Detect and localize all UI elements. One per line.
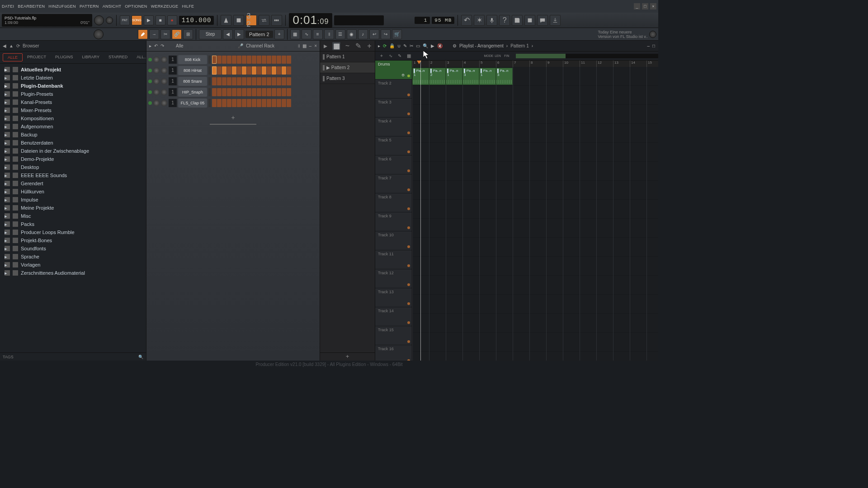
step-cell[interactable] xyxy=(267,66,271,75)
step-cell[interactable] xyxy=(212,56,217,64)
grid-row[interactable] xyxy=(412,314,658,333)
chat-icon[interactable] xyxy=(537,15,548,26)
mic-icon[interactable] xyxy=(486,15,497,26)
pattern-clip[interactable]: ▌Pa..n 3 xyxy=(462,68,479,85)
step-cell[interactable] xyxy=(222,77,226,85)
step-cell[interactable] xyxy=(217,99,222,107)
browser-fwd-icon[interactable]: ▲ xyxy=(9,43,14,48)
playlist-settings-icon[interactable]: ⚙ xyxy=(453,43,457,48)
step-cell[interactable] xyxy=(242,66,246,75)
ruler-tick[interactable]: 14 xyxy=(630,61,646,67)
maximize-button[interactable]: □ xyxy=(642,3,648,9)
playlist-min-icon[interactable]: – xyxy=(647,43,650,48)
step-cell[interactable] xyxy=(242,77,246,85)
step-cell[interactable] xyxy=(262,56,266,64)
track-header[interactable]: Track 2 xyxy=(375,80,412,99)
channel-vol-knob[interactable] xyxy=(161,78,167,84)
wait-input-icon[interactable] xyxy=(233,15,244,26)
rack-undo-icon[interactable]: ↶ xyxy=(154,43,158,48)
step-cell[interactable] xyxy=(272,56,276,64)
pl-auto-icon[interactable]: ✎ xyxy=(396,52,403,60)
picker-add-button[interactable]: + xyxy=(320,352,375,361)
step-cell[interactable] xyxy=(252,56,256,64)
playlist-tool-zoom-icon[interactable]: 🔍 xyxy=(423,43,428,48)
close-button[interactable]: × xyxy=(650,3,656,9)
browser-tree[interactable]: ▸Aktuelles Projekt▸Letzte Dateien▸Plugin… xyxy=(0,64,146,352)
link-tool-button[interactable]: 🔗 xyxy=(172,29,182,39)
tree-item[interactable]: ▸Zerschnittenes Audiomaterial xyxy=(0,269,146,277)
browser-refresh-icon[interactable]: ⟳ xyxy=(16,43,20,48)
browser-tab-plugins[interactable]: PLUGINS xyxy=(51,53,78,61)
tree-item[interactable]: ▸Kanal-Presets xyxy=(0,98,146,106)
download-icon[interactable] xyxy=(550,15,561,26)
step-cell[interactable] xyxy=(247,56,251,64)
tree-item[interactable]: ▸Kompositionen xyxy=(0,114,146,122)
browser-back-icon[interactable]: ◀ xyxy=(3,43,6,48)
picker-patterns-icon[interactable]: ▦ xyxy=(332,42,340,50)
step-cell[interactable] xyxy=(217,66,222,75)
step-cell[interactable] xyxy=(282,66,286,75)
step-cell[interactable] xyxy=(212,77,217,85)
grid-row[interactable] xyxy=(412,219,658,238)
grid-row[interactable] xyxy=(412,333,658,352)
track-mute-dot[interactable] xyxy=(407,245,410,248)
step-cell[interactable] xyxy=(222,99,226,107)
switch-icon[interactable]: ✶ xyxy=(474,15,485,26)
track-header[interactable]: Track 9 xyxy=(375,212,412,231)
ruler-tick[interactable]: 11 xyxy=(580,61,596,67)
picker-add-icon[interactable]: + xyxy=(365,42,373,50)
step-cell[interactable] xyxy=(277,56,281,64)
step-cell[interactable] xyxy=(262,99,266,107)
view-redo-button[interactable]: ↪ xyxy=(381,29,391,39)
view-channel-button[interactable]: ≡ xyxy=(313,29,323,39)
step-cell[interactable] xyxy=(232,66,236,75)
browser-tab-starred[interactable]: STARRED xyxy=(104,53,132,61)
track-mute-dot[interactable] xyxy=(407,131,410,134)
step-cell[interactable] xyxy=(287,56,291,64)
playlist-max-icon[interactable]: □ xyxy=(652,43,655,48)
step-cell[interactable] xyxy=(237,88,241,96)
track-header[interactable]: Track 13 xyxy=(375,288,412,307)
tree-item[interactable]: ▸Vorlagen xyxy=(0,261,146,269)
view-shop-button[interactable]: 🛒 xyxy=(392,29,402,39)
search-icon[interactable]: 🔍 xyxy=(138,355,143,359)
channel-select[interactable] xyxy=(208,66,211,75)
track-mute-dot[interactable] xyxy=(407,75,410,77)
step-cell[interactable] xyxy=(237,66,241,75)
stop-button[interactable]: ■ xyxy=(156,15,165,25)
news-refresh-icon[interactable] xyxy=(649,31,656,38)
step-cell[interactable] xyxy=(267,88,271,96)
channel-mixer-num[interactable]: 1 xyxy=(169,56,177,64)
swing-knob[interactable] xyxy=(94,29,104,39)
step-cell[interactable] xyxy=(237,99,241,107)
step-prev-button[interactable]: ◀ xyxy=(223,29,233,39)
grid-row[interactable] xyxy=(412,200,658,219)
step-cell[interactable] xyxy=(227,99,231,107)
ruler-tick[interactable]: 12 xyxy=(596,61,613,67)
step-cell[interactable] xyxy=(282,88,286,96)
track-mute-dot[interactable] xyxy=(407,169,410,172)
rack-redo-icon[interactable]: ↷ xyxy=(160,43,164,48)
ruler-tick[interactable]: 7 xyxy=(513,61,529,67)
draw-tool-button[interactable] xyxy=(138,29,148,39)
channel-vol-knob[interactable] xyxy=(161,89,167,95)
render-icon[interactable] xyxy=(524,15,535,26)
step-cell[interactable] xyxy=(252,88,256,96)
menu-ansicht[interactable]: ANSICHT xyxy=(103,4,122,9)
view-mixer-button[interactable]: ⫴ xyxy=(324,29,334,39)
stamp-tool-button[interactable]: ⊞ xyxy=(183,29,193,39)
step-cell[interactable] xyxy=(257,66,261,75)
step-cell[interactable] xyxy=(222,88,226,96)
channel-select[interactable] xyxy=(208,77,211,85)
track-mute-dot[interactable] xyxy=(407,264,410,267)
track-header[interactable]: Track 5 xyxy=(375,136,412,155)
channel-led[interactable] xyxy=(148,101,152,105)
view-tempo-button[interactable]: ♪ xyxy=(358,29,368,39)
channel-vol-knob[interactable] xyxy=(161,56,167,63)
tree-item[interactable]: ▸Letzte Dateien xyxy=(0,74,146,82)
add-channel-button[interactable]: + xyxy=(146,111,320,124)
step-cell[interactable] xyxy=(217,88,222,96)
step-cell[interactable] xyxy=(262,66,266,75)
pl-bars-icon[interactable]: ▦ xyxy=(405,52,412,60)
playlist-ruler[interactable]: 123456789101112131415 xyxy=(412,61,658,67)
